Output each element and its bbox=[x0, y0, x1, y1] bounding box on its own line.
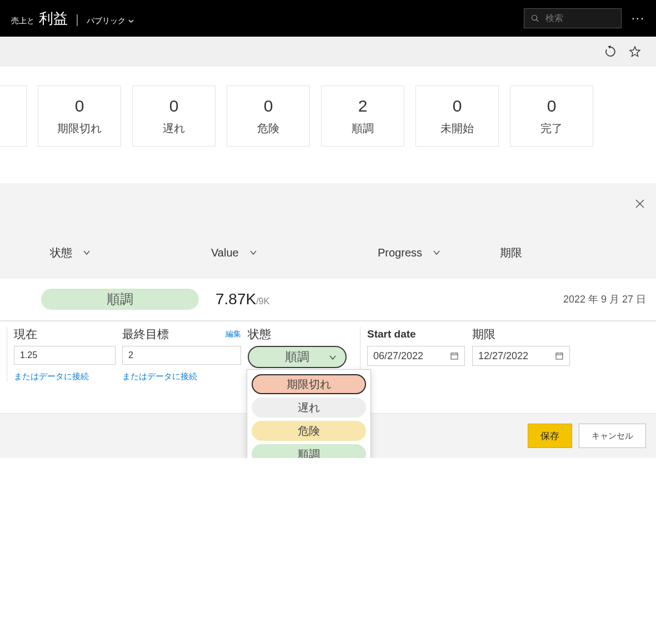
tile-not-started[interactable]: 0 未開始 bbox=[415, 85, 499, 147]
tile-label: 未開始 bbox=[440, 121, 474, 136]
tile-label: 危険 bbox=[257, 121, 279, 136]
end-date-value: 12/27/2022 bbox=[478, 350, 528, 362]
status-select[interactable]: 順調 bbox=[248, 346, 347, 368]
search-input[interactable] bbox=[545, 13, 614, 23]
refresh-icon[interactable] bbox=[604, 45, 617, 58]
more-menu[interactable]: ··· bbox=[632, 11, 645, 26]
start-date-input[interactable]: 06/27/2022 bbox=[367, 346, 465, 366]
calendar-icon bbox=[555, 351, 564, 360]
search-box[interactable] bbox=[524, 8, 622, 28]
svg-line-1 bbox=[537, 19, 538, 21]
header-divider: | bbox=[76, 12, 79, 27]
col-label: Progress bbox=[378, 246, 422, 259]
status-group: 状態 順調 期限切れ 遅れ 危険 順調 未開始 完了 状態の管理 bbox=[248, 327, 353, 382]
chevron-down-icon bbox=[249, 248, 258, 257]
detail-panel: 状態 Value Progress 期限 順調 7.87K /9K 2022 年… bbox=[0, 183, 656, 458]
status-option-risk[interactable]: 危険 bbox=[252, 421, 366, 441]
tile-label: 期限切れ bbox=[57, 121, 102, 136]
start-date-value: 06/27/2022 bbox=[373, 350, 423, 362]
status-dropdown: 期限切れ 遅れ 危険 順調 未開始 完了 状態の管理 bbox=[247, 369, 371, 458]
value-main: 7.87K bbox=[216, 290, 256, 308]
chevron-down-icon bbox=[432, 248, 441, 257]
tile-value: 0 bbox=[264, 97, 273, 115]
close-icon[interactable] bbox=[634, 198, 646, 213]
save-button[interactable]: 保存 bbox=[528, 424, 572, 448]
goal-row[interactable]: 順調 7.87K /9K 2022 年 9 月 27 日 bbox=[0, 278, 656, 321]
tile-value: 0 bbox=[169, 97, 179, 115]
column-header-deadline: 期限 bbox=[500, 245, 522, 260]
start-date-label: Start date bbox=[367, 328, 416, 340]
value-cell: 7.87K /9K bbox=[216, 290, 269, 308]
value-sub: /9K bbox=[256, 296, 269, 306]
header-subtitle: 売上と bbox=[11, 16, 34, 26]
app-header: 売上と 利益 | パブリック ··· bbox=[0, 0, 656, 37]
status-option-overdue[interactable]: 期限切れ bbox=[252, 374, 366, 394]
tile-value: 0 bbox=[75, 97, 84, 115]
current-connect-link[interactable]: またはデータに接続 bbox=[14, 371, 116, 382]
status-label: 状態 bbox=[248, 326, 271, 342]
status-option-on-track[interactable]: 順調 bbox=[252, 444, 366, 458]
star-icon[interactable] bbox=[628, 45, 642, 58]
svg-rect-8 bbox=[556, 353, 563, 359]
target-edit-link[interactable]: 編集 bbox=[226, 329, 241, 339]
status-option-late[interactable]: 遅れ bbox=[252, 398, 366, 417]
tile-value: 2 bbox=[358, 97, 368, 115]
header-title-group: 売上と 利益 | パブリック bbox=[11, 9, 134, 28]
tile-on-track[interactable]: 2 順調 bbox=[321, 85, 404, 147]
column-header-status[interactable]: 状態 bbox=[50, 245, 211, 260]
end-date-group: 期限 12/27/2022 bbox=[472, 327, 578, 382]
svg-rect-4 bbox=[451, 353, 458, 359]
deadline-text: 2022 年 9 月 27 日 bbox=[563, 293, 646, 306]
tile-overdue[interactable]: 0 期限切れ bbox=[38, 85, 121, 147]
tile-late[interactable]: 0 遅れ bbox=[132, 85, 216, 147]
column-headers: 状態 Value Progress 期限 bbox=[0, 228, 656, 278]
edit-form: 現在 またはデータに接続 最終目標 編集 またはデータに接続 状態 順調 期限切… bbox=[0, 321, 656, 414]
current-label: 現在 bbox=[14, 326, 37, 342]
panel-header bbox=[0, 183, 656, 228]
search-icon bbox=[531, 13, 539, 23]
visibility-label: パブリック bbox=[87, 16, 126, 26]
header-actions: ··· bbox=[524, 8, 645, 28]
chevron-down-icon bbox=[128, 18, 134, 24]
target-label: 最終目標 bbox=[122, 326, 169, 342]
header-title: 利益 bbox=[39, 9, 68, 28]
header-visibility[interactable]: パブリック bbox=[87, 16, 134, 26]
tile-label: 完了 bbox=[540, 121, 563, 136]
status-tiles: 0 期限切れ 0 遅れ 0 危険 2 順調 0 未開始 0 完了 bbox=[0, 67, 656, 169]
current-group: 現在 またはデータに接続 bbox=[7, 327, 116, 382]
tile-risk[interactable]: 0 危険 bbox=[227, 85, 310, 147]
tile-completed[interactable]: 0 完了 bbox=[510, 85, 593, 147]
target-input[interactable] bbox=[122, 346, 241, 365]
column-header-progress[interactable]: Progress bbox=[378, 246, 500, 259]
start-date-group: Start date 06/27/2022 bbox=[360, 327, 465, 382]
status-select-value: 順調 bbox=[285, 349, 309, 365]
col-label: 状態 bbox=[50, 245, 72, 260]
tile-label: 順調 bbox=[352, 121, 374, 136]
current-input[interactable] bbox=[14, 346, 116, 365]
svg-point-0 bbox=[532, 15, 537, 20]
chevron-down-icon bbox=[329, 354, 337, 361]
end-date-input[interactable]: 12/27/2022 bbox=[472, 346, 570, 366]
status-badge: 順調 bbox=[41, 289, 199, 310]
end-date-label: 期限 bbox=[472, 326, 495, 342]
tile-value: 0 bbox=[453, 97, 462, 115]
col-label: 期限 bbox=[500, 245, 522, 260]
toolbar bbox=[0, 37, 656, 67]
tile-label: 遅れ bbox=[163, 121, 185, 136]
calendar-icon bbox=[450, 351, 459, 360]
col-label: Value bbox=[211, 246, 239, 259]
tile-edge bbox=[0, 85, 27, 147]
tile-value: 0 bbox=[547, 97, 557, 115]
chevron-down-icon bbox=[82, 248, 91, 257]
cancel-button[interactable]: キャンセル bbox=[579, 424, 646, 448]
column-header-value[interactable]: Value bbox=[211, 246, 378, 259]
target-connect-link[interactable]: またはデータに接続 bbox=[122, 371, 241, 382]
target-group: 最終目標 編集 またはデータに接続 bbox=[122, 327, 241, 382]
